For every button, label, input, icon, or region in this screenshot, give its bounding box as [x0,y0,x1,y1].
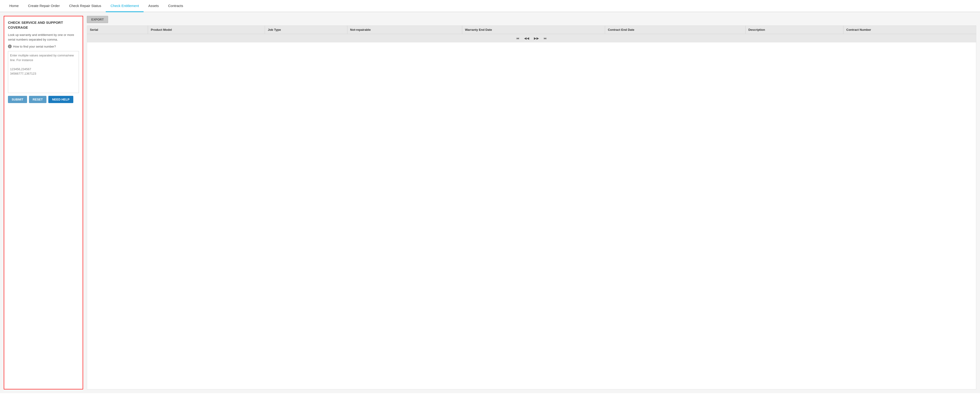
results-table-container: SerialProduct ModelJob TypeNot-repairabl… [87,25,976,389]
right-panel: EXPORT SerialProduct ModelJob TypeNot-re… [87,16,976,389]
button-row: SUBMIT RESET NEED HELP [8,96,79,103]
col-header-contract-number: Contract Number [843,25,976,34]
col-header-contract-end-date: Contract End Date [605,25,745,34]
export-button[interactable]: EXPORT [87,16,108,23]
main-content: CHECK SERVICE AND SUPPORT COVERAGE Look … [0,12,980,393]
nav-item-home[interactable]: Home [5,0,23,12]
results-table: SerialProduct ModelJob TypeNot-repairabl… [87,25,976,34]
panel-description: Look up warranty and entitlement by one … [8,33,79,42]
col-header-job-type: Job Type [265,25,347,34]
pagination-prev-button[interactable]: ◀◀ [523,36,531,41]
help-link[interactable]: i How to find your serial number? [8,44,79,48]
col-header-description: Description [745,25,843,34]
nav-item-check-entitlement[interactable]: Check Entitlement [106,0,143,12]
pagination-next-button[interactable]: ▶▶ [533,36,541,41]
info-icon: i [8,44,12,48]
nav-item-check-repair-status[interactable]: Check Repair Status [64,0,106,12]
pagination-first-button[interactable]: ⏮ [515,36,521,41]
help-link-text: How to find your serial number? [13,45,56,48]
col-header-product-model: Product Model [148,25,265,34]
table-header-row: SerialProduct ModelJob TypeNot-repairabl… [87,25,976,34]
panel-title: CHECK SERVICE AND SUPPORT COVERAGE [8,20,79,30]
pagination-last-button[interactable]: ⏭ [542,36,548,41]
col-header-warranty-end-date: Warranty End Date [462,25,605,34]
submit-button[interactable]: SUBMIT [8,96,27,103]
pagination-bar: ⏮ ◀◀ ▶▶ ⏭ [87,34,976,43]
nav-item-contracts[interactable]: Contracts [164,0,188,12]
col-header-serial: Serial [87,25,148,34]
nav-item-create-repair-order[interactable]: Create Repair Order [23,0,64,12]
navigation: HomeCreate Repair OrderCheck Repair Stat… [0,0,980,12]
col-header-not-repairable: Not-repairable [347,25,462,34]
need-help-button[interactable]: NEED HELP [48,96,73,103]
serial-input[interactable] [8,51,79,93]
nav-item-assets[interactable]: Assets [143,0,164,12]
left-panel: CHECK SERVICE AND SUPPORT COVERAGE Look … [4,16,83,389]
table-header: SerialProduct ModelJob TypeNot-repairabl… [87,25,976,34]
reset-button[interactable]: RESET [29,96,46,103]
